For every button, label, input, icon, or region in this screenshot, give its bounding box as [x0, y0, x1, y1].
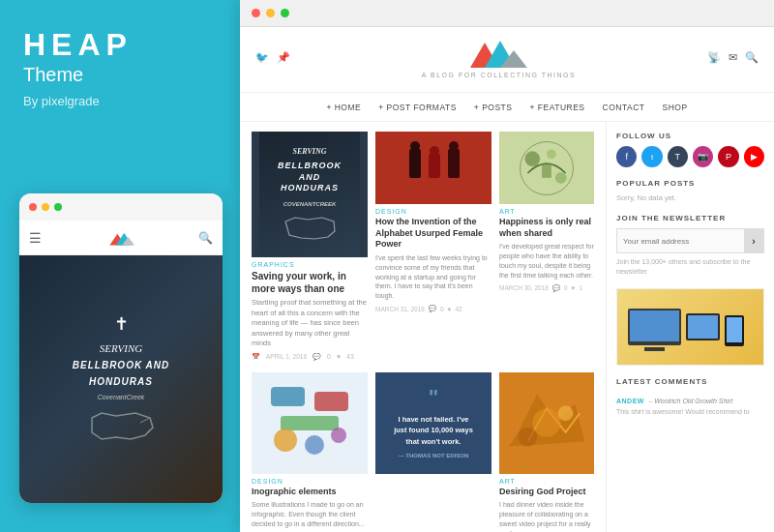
nav-posts[interactable]: + POSTS — [474, 103, 513, 112]
post-cat-6: ART — [499, 478, 594, 485]
heap-title: HEAP — [23, 29, 217, 60]
newsletter-form: › — [616, 228, 764, 253]
post-quote-5: I have not failed. I've just found 10,00… — [393, 414, 474, 447]
svg-rect-30 — [688, 315, 718, 339]
dot-red — [29, 203, 37, 211]
post-date-1: APRIL 1, 2018 — [266, 353, 307, 360]
content-area: Serving BELLBROOK ANDHONDURAS CovenantCr… — [240, 122, 774, 532]
post-cat-1: GRAPHICS — [252, 261, 368, 268]
post-card-1-body: GRAPHICS Saving your work, in more ways … — [252, 257, 368, 365]
site-logo: A BLOG FOR COLLECTING THINGS — [422, 37, 576, 78]
svg-point-21 — [305, 435, 324, 455]
dot-green — [54, 203, 62, 211]
comment-text-1: This shirt is awesome! Would recommend t… — [616, 407, 764, 417]
sidebar: FOLLOW US f t T 📷 P ▶ POPULAR POSTS Sorr… — [606, 122, 774, 532]
dot-yellow — [42, 203, 49, 211]
main-content: Serving BELLBROOK ANDHONDURAS CovenantCr… — [240, 122, 606, 532]
nav-post-formats[interactable]: + POST FORMATS — [378, 103, 457, 112]
post-card-3: ART Happiness is only real when shared I… — [499, 132, 594, 365]
comment-item-1: ANDEW – Woolrich Old Growth Shirt This s… — [616, 390, 764, 417]
post-title-4[interactable]: Inographic elements — [252, 487, 368, 498]
browser-dot-yellow — [266, 9, 275, 17]
hamburger-icon[interactable]: ☰ — [29, 230, 42, 246]
mobile-cross-icon: ✝ — [114, 313, 129, 335]
post-author-5: — THOMAS NOT EDISON — [399, 453, 469, 458]
post-title-6[interactable]: Desiring God Project — [499, 487, 594, 498]
post-excerpt-4: Some illustrations I made to go on an in… — [252, 500, 368, 528]
post-date-3: MARCH 30, 2018 — [499, 284, 549, 291]
post-excerpt-1: Startling proof that something at the he… — [252, 298, 368, 349]
post-meta-2: MARCH 31, 2018 💬 0 ♥ 42 — [375, 305, 491, 312]
blog-grid-bottom: DESIGN Inographic elements Some illustra… — [252, 372, 594, 533]
follow-icons: f t T 📷 P ▶ — [616, 146, 764, 167]
card2-figures — [395, 139, 472, 197]
svg-point-20 — [274, 429, 297, 452]
svg-rect-19 — [281, 416, 339, 430]
svg-rect-6 — [409, 149, 421, 178]
sidebar-latest-comments: LATEST COMMENTS ANDEW – Woolrich Old Gro… — [616, 377, 764, 417]
post-title-3[interactable]: Happiness is only real when shared — [499, 217, 594, 239]
browser-dot-red — [252, 9, 260, 17]
post-title-2[interactable]: How the Invention of the Alphabet Usurpe… — [375, 217, 491, 251]
post-image-5: " I have not failed. I've just found 10,… — [375, 372, 491, 474]
nav-home[interactable]: + HOME — [326, 103, 361, 112]
post-image-4 — [252, 372, 368, 474]
newsletter-submit[interactable]: › — [744, 229, 763, 252]
svg-rect-32 — [727, 317, 742, 342]
instagram-icon[interactable]: 📷 — [693, 146, 713, 167]
svg-rect-10 — [448, 149, 460, 178]
social-icons-left: 🐦 📌 — [255, 51, 290, 64]
youtube-icon[interactable]: ▶ — [744, 146, 764, 167]
post-cat-4: DESIGN — [252, 478, 368, 485]
tumblr-icon[interactable]: T — [668, 146, 688, 167]
latest-comments-title: LATEST COMMENTS — [616, 377, 764, 386]
browser-dot-green — [281, 9, 289, 17]
svg-rect-16 — [542, 163, 551, 178]
pinterest-follow-icon[interactable]: P — [718, 146, 738, 167]
mobile-top-bar — [19, 193, 223, 221]
mobile-search-icon[interactable]: 🔍 — [198, 231, 213, 245]
sidebar-follow-us: FOLLOW US f t T 📷 P ▶ — [616, 132, 764, 167]
svg-point-23 — [532, 408, 560, 436]
site-logo-mountains — [465, 37, 533, 70]
mobile-post-image: ✝ Serving BELLBROOK AND HONDURAS Covenan… — [19, 255, 223, 503]
newsletter-input[interactable] — [617, 229, 744, 252]
browser-panel: 🐦 📌 A BLOG FOR COLLECTING THINGS 📡 ✉ 🔍 +… — [240, 0, 774, 532]
svg-rect-18 — [314, 392, 348, 411]
post-meta-1: 📅 APRIL 1, 2018 💬 0 ♥ 43 — [252, 353, 368, 361]
post-image-6 — [499, 372, 594, 474]
post-image-2 — [375, 132, 491, 204]
post-card-4: DESIGN Inographic elements Some illustra… — [252, 372, 368, 533]
mobile-logo-mountains — [104, 229, 135, 247]
search-icon[interactable]: 🔍 — [745, 51, 759, 64]
twitter-icon[interactable]: 🐦 — [255, 51, 269, 64]
nav-features[interactable]: + FEATURES — [529, 103, 584, 112]
pinterest-icon[interactable]: 📌 — [277, 51, 290, 64]
mobile-nav: ☰ 🔍 — [19, 221, 223, 255]
twitter-follow-icon[interactable]: t — [641, 146, 662, 167]
browser-top-bar — [240, 0, 774, 27]
post-excerpt-2: I've spent the last few weeks trying to … — [375, 253, 491, 301]
post-card-6-body: ART Desiring God Project I had dinner vi… — [499, 474, 594, 533]
card6-art — [499, 374, 594, 471]
sidebar-advertisement[interactable] — [616, 288, 764, 366]
comment-icon-1: 💬 — [313, 353, 321, 361]
sidebar-ad-section — [616, 288, 764, 366]
nav-contact[interactable]: CONTACT — [603, 103, 645, 112]
nav-shop[interactable]: SHOP — [662, 103, 687, 112]
svg-point-22 — [331, 428, 346, 443]
post-card-5-body — [375, 474, 491, 482]
post-title-1[interactable]: Saving your work, in more ways than one — [252, 270, 368, 295]
post-comments-1: 0 — [327, 353, 331, 360]
newsletter-subtext: Join the 13,000+ others and subscribe to… — [616, 257, 764, 277]
mobile-preview: ☰ 🔍 ✝ Serving BELLBROOK AND HONDURAS Cov… — [19, 193, 223, 503]
post-cat-3: ART — [499, 208, 594, 215]
post-card-5: " I have not failed. I've just found 10,… — [375, 372, 491, 533]
facebook-icon[interactable]: f — [616, 146, 637, 167]
sidebar-popular-posts: POPULAR POSTS Sorry, No data yet. — [616, 179, 764, 202]
email-icon[interactable]: ✉ — [729, 51, 737, 64]
rss-icon[interactable]: 📡 — [707, 51, 721, 64]
post-likes-1: 43 — [346, 353, 354, 360]
mobile-post-title: Serving BELLBROOK AND HONDURAS — [73, 340, 169, 390]
card1-map — [283, 214, 337, 243]
